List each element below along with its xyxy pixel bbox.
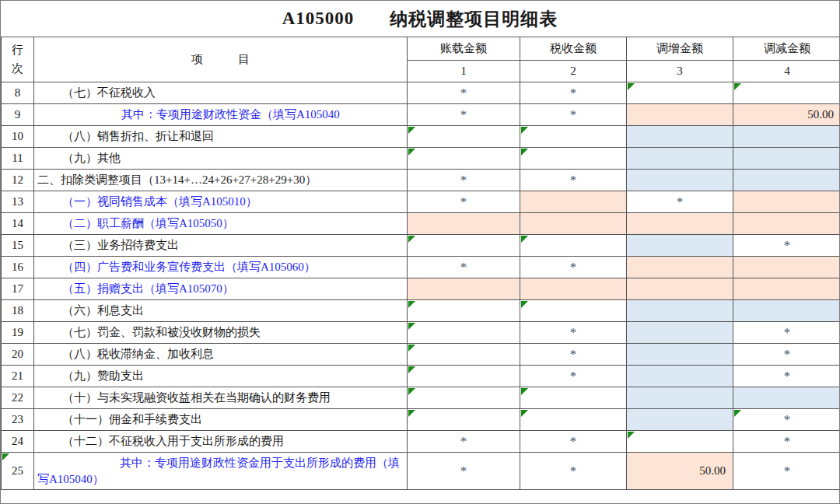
item-label: （十）与未实现融资收益相关在当期确认的财务费用 xyxy=(34,387,408,409)
row-number: 14 xyxy=(2,213,34,235)
amount-cell[interactable] xyxy=(733,257,840,278)
amount-cell[interactable] xyxy=(733,278,840,300)
amount-cell[interactable]: * xyxy=(520,104,627,126)
amount-cell[interactable]: * xyxy=(520,431,627,453)
not-applicable-asterisk: * xyxy=(784,464,791,478)
amount-cell[interactable] xyxy=(627,300,733,322)
amount-cell[interactable]: * xyxy=(733,235,840,257)
amount-cell[interactable] xyxy=(520,126,627,148)
amount-cell[interactable] xyxy=(408,213,520,235)
amount-cell[interactable]: * xyxy=(733,366,840,387)
amount-cell[interactable] xyxy=(520,278,627,300)
amount-cell[interactable] xyxy=(627,257,733,278)
item-link[interactable]: （一）视同销售成本（填写A105010） xyxy=(34,191,408,213)
corner-triangle-icon xyxy=(408,149,415,156)
amount-cell[interactable] xyxy=(627,235,733,257)
header-col-index-2: 2 xyxy=(520,61,627,82)
amount-cell[interactable] xyxy=(733,82,840,104)
amount-cell[interactable]: * xyxy=(408,82,520,104)
amount-cell[interactable] xyxy=(520,387,627,409)
amount-cell[interactable] xyxy=(733,300,840,322)
amount-cell[interactable] xyxy=(520,300,627,322)
amount-cell[interactable] xyxy=(408,300,520,322)
amount-cell[interactable]: * xyxy=(520,366,627,387)
amount-cell[interactable] xyxy=(520,409,627,431)
header-increase-amount: 调增金额 xyxy=(627,37,733,61)
amount-cell[interactable] xyxy=(627,104,733,126)
table-row: 23（十一）佣金和手续费支出* xyxy=(2,409,840,431)
table-row: 22（十）与未实现融资收益相关在当期确认的财务费用 xyxy=(2,387,840,409)
amount-cell[interactable] xyxy=(408,387,520,409)
amount-cell[interactable] xyxy=(627,409,733,431)
amount-cell[interactable] xyxy=(627,278,733,300)
item-link[interactable]: 其中：专项用途财政性资金（填写A105040 xyxy=(34,104,408,126)
amount-cell[interactable]: * xyxy=(520,82,627,104)
amount-cell[interactable] xyxy=(408,278,520,300)
amount-cell[interactable] xyxy=(627,322,733,344)
amount-cell[interactable] xyxy=(627,366,733,387)
table-row: 24（十二）不征税收入用于支出所形成的费用*** xyxy=(2,431,840,453)
amount-cell[interactable]: * xyxy=(408,257,520,278)
amount-cell[interactable]: * xyxy=(520,453,627,490)
amount-cell[interactable]: * xyxy=(408,191,520,213)
amount-cell[interactable]: * xyxy=(520,322,627,344)
amount-cell[interactable] xyxy=(520,148,627,170)
amount-cell[interactable] xyxy=(627,213,733,235)
corner-triangle-icon xyxy=(521,301,528,308)
amount-cell[interactable]: * xyxy=(733,344,840,366)
amount-cell[interactable] xyxy=(408,235,520,257)
item-link[interactable]: （五）捐赠支出（填写A105070） xyxy=(34,278,408,300)
amount-cell[interactable] xyxy=(627,126,733,148)
amount-cell[interactable]: * xyxy=(520,257,627,278)
amount-cell[interactable]: * xyxy=(627,191,733,213)
amount-cell[interactable] xyxy=(520,213,627,235)
amount-cell[interactable] xyxy=(733,126,840,148)
amount-cell[interactable]: 50.00 xyxy=(733,104,840,126)
not-applicable-asterisk: * xyxy=(784,238,791,253)
amount-cell[interactable] xyxy=(733,387,840,409)
amount-cell[interactable] xyxy=(733,170,840,191)
amount-cell[interactable] xyxy=(520,235,627,257)
amount-cell[interactable]: * xyxy=(733,453,840,490)
amount-cell[interactable] xyxy=(627,344,733,366)
header-item: 项 目 xyxy=(34,37,408,82)
tax-adjustment-table: 行次 项 目 账载金额 税收金额 调增金额 调减金额 1 2 3 4 8（七）不… xyxy=(1,37,840,490)
item-link[interactable]: 其中：专项用途财政性资金用于支出所形成的费用（填写A105040） xyxy=(34,453,408,490)
amount-cell[interactable]: * xyxy=(733,409,840,431)
amount-cell[interactable] xyxy=(408,409,520,431)
item-link[interactable]: （四）广告费和业务宣传费支出（填写A105060） xyxy=(34,257,408,278)
not-applicable-asterisk: * xyxy=(570,347,577,362)
item-label: （九）赞助支出 xyxy=(34,366,408,387)
amount-cell[interactable]: * xyxy=(733,322,840,344)
amount-cell[interactable] xyxy=(627,431,733,453)
row-number: 12 xyxy=(2,170,34,191)
amount-cell[interactable] xyxy=(408,126,520,148)
not-applicable-asterisk: * xyxy=(460,260,467,275)
amount-cell[interactable] xyxy=(627,148,733,170)
amount-cell[interactable]: 50.00 xyxy=(627,453,733,490)
amount-cell[interactable]: * xyxy=(408,104,520,126)
amount-cell[interactable]: * xyxy=(733,431,840,453)
amount-cell[interactable]: * xyxy=(408,170,520,191)
amount-cell[interactable]: * xyxy=(520,170,627,191)
item-label: （九）其他 xyxy=(34,148,408,170)
amount-cell[interactable] xyxy=(627,170,733,191)
row-number: 16 xyxy=(2,257,34,278)
amount-cell[interactable]: * xyxy=(520,344,627,366)
amount-cell[interactable]: * xyxy=(408,431,520,453)
amount-cell[interactable] xyxy=(733,148,840,170)
amount-cell[interactable] xyxy=(520,191,627,213)
amount-cell[interactable] xyxy=(627,82,733,104)
amount-cell[interactable] xyxy=(408,148,520,170)
amount-cell[interactable] xyxy=(408,344,520,366)
corner-triangle-icon xyxy=(521,410,528,417)
amount-cell[interactable] xyxy=(408,322,520,344)
item-link[interactable]: （二）职工薪酬（填写A105050） xyxy=(34,213,408,235)
amount-cell[interactable] xyxy=(733,213,840,235)
amount-cell[interactable]: * xyxy=(408,453,520,490)
not-applicable-asterisk: * xyxy=(570,325,577,340)
amount-cell[interactable] xyxy=(408,366,520,387)
corner-triangle-icon xyxy=(521,127,528,134)
amount-cell[interactable] xyxy=(733,191,840,213)
amount-cell[interactable] xyxy=(627,387,733,409)
